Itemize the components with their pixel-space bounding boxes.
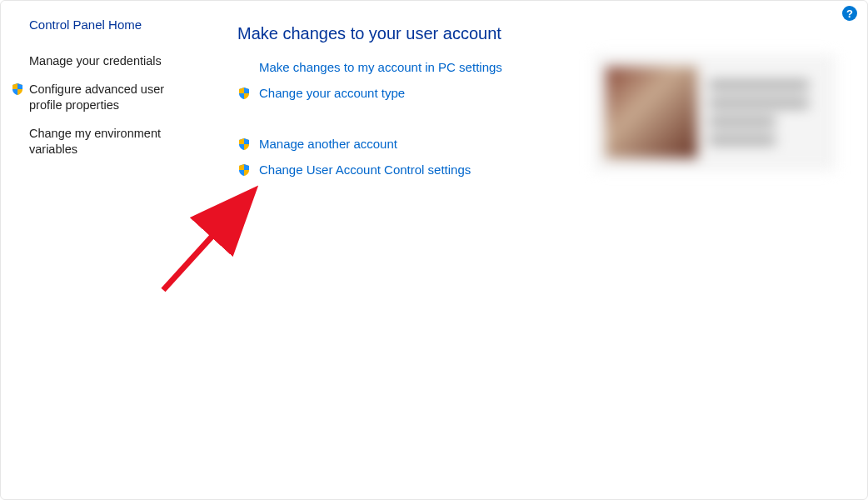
- sidebar-link-label: Manage your credentials: [29, 53, 162, 70]
- control-panel-home-link[interactable]: Control Panel Home: [29, 18, 201, 32]
- account-line: [709, 80, 809, 90]
- sidebar-link-configure-profile[interactable]: Configure advanced user profile properti…: [29, 82, 201, 114]
- account-preview-card: [594, 54, 836, 171]
- account-line: [709, 117, 776, 127]
- link-label: Make changes to my account in PC setting…: [259, 60, 502, 74]
- avatar: [606, 67, 697, 158]
- sidebar-link-label: Change my environment variables: [29, 126, 196, 158]
- link-label: Manage another account: [259, 137, 397, 151]
- shield-icon: [237, 87, 251, 100]
- link-label: Change User Account Control settings: [259, 162, 471, 177]
- sidebar: Control Panel Home Manage your credentia…: [1, 1, 217, 499]
- shield-icon: [11, 82, 24, 96]
- shield-icon: [237, 138, 251, 151]
- page-title: Make changes to your user account: [237, 24, 851, 43]
- sidebar-link-label: Configure advanced user profile properti…: [29, 82, 196, 114]
- sidebar-link-environment-variables[interactable]: Change my environment variables: [29, 126, 201, 158]
- shield-icon: [237, 163, 251, 177]
- link-label: Change your account type: [259, 86, 405, 100]
- account-line: [709, 98, 809, 108]
- main-content: Make changes to your user account Make c…: [217, 1, 867, 499]
- content-container: Control Panel Home Manage your credentia…: [1, 1, 867, 499]
- account-line: [709, 135, 776, 145]
- sidebar-title-text: Control Panel Home: [29, 18, 142, 32]
- account-info: [709, 80, 809, 145]
- sidebar-link-manage-credentials[interactable]: Manage your credentials: [29, 53, 201, 70]
